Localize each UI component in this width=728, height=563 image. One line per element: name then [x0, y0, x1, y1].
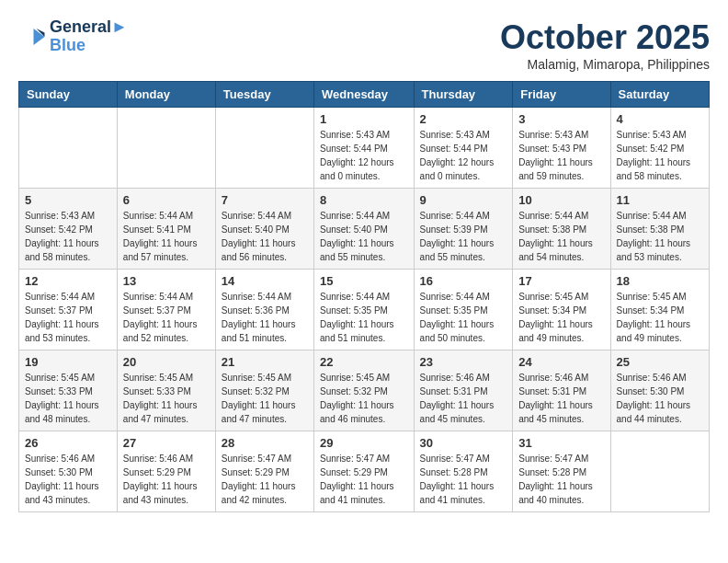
calendar-cell: 24Sunrise: 5:46 AMSunset: 5:31 PMDayligh… [513, 350, 610, 431]
day-number: 4 [617, 112, 703, 126]
calendar-cell [117, 108, 215, 189]
month-title: October 2025 [500, 18, 710, 57]
column-header-thursday: Thursday [414, 82, 513, 108]
day-number: 20 [123, 355, 210, 369]
day-info: Sunrise: 5:44 AMSunset: 5:37 PMDaylight:… [25, 290, 111, 345]
calendar-cell: 15Sunrise: 5:44 AMSunset: 5:35 PMDayligh… [314, 270, 415, 350]
calendar-cell: 21Sunrise: 5:45 AMSunset: 5:32 PMDayligh… [215, 350, 313, 431]
column-header-saturday: Saturday [610, 82, 709, 108]
column-header-wednesday: Wednesday [314, 82, 415, 108]
calendar-cell [610, 431, 709, 512]
calendar-cell: 5Sunrise: 5:43 AMSunset: 5:42 PMDaylight… [19, 189, 118, 270]
location-subtitle: Malamig, Mimaropa, Philippines [500, 57, 710, 72]
calendar-cell: 23Sunrise: 5:46 AMSunset: 5:31 PMDayligh… [414, 350, 513, 431]
day-number: 12 [25, 274, 111, 288]
day-info: Sunrise: 5:44 AMSunset: 5:40 PMDaylight:… [222, 209, 308, 264]
calendar-cell: 10Sunrise: 5:44 AMSunset: 5:38 PMDayligh… [513, 189, 610, 270]
day-info: Sunrise: 5:45 AMSunset: 5:32 PMDaylight:… [222, 371, 308, 426]
day-info: Sunrise: 5:45 AMSunset: 5:33 PMDaylight:… [25, 371, 111, 426]
day-info: Sunrise: 5:46 AMSunset: 5:30 PMDaylight:… [617, 371, 703, 426]
day-number: 23 [420, 355, 507, 369]
day-info: Sunrise: 5:43 AMSunset: 5:42 PMDaylight:… [25, 209, 111, 264]
calendar-cell: 27Sunrise: 5:46 AMSunset: 5:29 PMDayligh… [117, 431, 215, 512]
calendar-cell: 9Sunrise: 5:44 AMSunset: 5:39 PMDaylight… [414, 189, 513, 270]
day-info: Sunrise: 5:45 AMSunset: 5:33 PMDaylight:… [123, 371, 210, 426]
day-number: 15 [320, 274, 408, 288]
calendar-cell: 29Sunrise: 5:47 AMSunset: 5:29 PMDayligh… [314, 431, 415, 512]
page-header: General► Blue October 2025 Malamig, Mima… [18, 18, 710, 72]
calendar-week-row: 12Sunrise: 5:44 AMSunset: 5:37 PMDayligh… [19, 270, 710, 350]
day-info: Sunrise: 5:44 AMSunset: 5:38 PMDaylight:… [518, 209, 604, 264]
calendar-cell: 12Sunrise: 5:44 AMSunset: 5:37 PMDayligh… [19, 270, 118, 350]
column-header-friday: Friday [513, 82, 610, 108]
calendar-cell: 6Sunrise: 5:44 AMSunset: 5:41 PMDaylight… [117, 189, 215, 270]
calendar-cell: 7Sunrise: 5:44 AMSunset: 5:40 PMDaylight… [215, 189, 313, 270]
day-number: 17 [518, 274, 604, 288]
day-info: Sunrise: 5:44 AMSunset: 5:35 PMDaylight:… [420, 290, 507, 345]
calendar-cell: 19Sunrise: 5:45 AMSunset: 5:33 PMDayligh… [19, 350, 118, 431]
calendar-cell: 16Sunrise: 5:44 AMSunset: 5:35 PMDayligh… [414, 270, 513, 350]
calendar-cell: 14Sunrise: 5:44 AMSunset: 5:36 PMDayligh… [215, 270, 313, 350]
day-number: 28 [222, 436, 308, 450]
calendar-cell: 8Sunrise: 5:44 AMSunset: 5:40 PMDaylight… [314, 189, 415, 270]
day-number: 9 [420, 193, 507, 207]
calendar-week-row: 19Sunrise: 5:45 AMSunset: 5:33 PMDayligh… [19, 350, 710, 431]
day-info: Sunrise: 5:44 AMSunset: 5:38 PMDaylight:… [617, 209, 703, 264]
logo-icon [18, 23, 46, 51]
day-number: 1 [320, 112, 408, 126]
day-info: Sunrise: 5:47 AMSunset: 5:29 PMDaylight:… [222, 452, 308, 507]
calendar-cell: 17Sunrise: 5:45 AMSunset: 5:34 PMDayligh… [513, 270, 610, 350]
calendar-cell: 22Sunrise: 5:45 AMSunset: 5:32 PMDayligh… [314, 350, 415, 431]
calendar-week-row: 5Sunrise: 5:43 AMSunset: 5:42 PMDaylight… [19, 189, 710, 270]
day-info: Sunrise: 5:45 AMSunset: 5:34 PMDaylight:… [518, 290, 604, 345]
column-header-sunday: Sunday [19, 82, 118, 108]
day-info: Sunrise: 5:47 AMSunset: 5:28 PMDaylight:… [518, 452, 604, 507]
day-number: 29 [320, 436, 408, 450]
day-number: 6 [123, 193, 210, 207]
day-number: 8 [320, 193, 408, 207]
day-number: 14 [222, 274, 308, 288]
day-number: 10 [518, 193, 604, 207]
day-number: 31 [518, 436, 604, 450]
calendar-cell: 26Sunrise: 5:46 AMSunset: 5:30 PMDayligh… [19, 431, 118, 512]
day-number: 5 [25, 193, 111, 207]
calendar-cell: 1Sunrise: 5:43 AMSunset: 5:44 PMDaylight… [314, 108, 415, 189]
day-info: Sunrise: 5:46 AMSunset: 5:30 PMDaylight:… [25, 452, 111, 507]
calendar-week-row: 26Sunrise: 5:46 AMSunset: 5:30 PMDayligh… [19, 431, 710, 512]
day-number: 21 [222, 355, 308, 369]
day-info: Sunrise: 5:45 AMSunset: 5:34 PMDaylight:… [617, 290, 703, 345]
day-info: Sunrise: 5:44 AMSunset: 5:41 PMDaylight:… [123, 209, 210, 264]
calendar-cell [19, 108, 118, 189]
day-info: Sunrise: 5:44 AMSunset: 5:36 PMDaylight:… [222, 290, 308, 345]
calendar-cell: 18Sunrise: 5:45 AMSunset: 5:34 PMDayligh… [610, 270, 709, 350]
day-info: Sunrise: 5:44 AMSunset: 5:37 PMDaylight:… [123, 290, 210, 345]
calendar-week-row: 1Sunrise: 5:43 AMSunset: 5:44 PMDaylight… [19, 108, 710, 189]
logo: General► Blue [18, 18, 128, 55]
day-number: 25 [617, 355, 703, 369]
day-number: 22 [320, 355, 408, 369]
day-info: Sunrise: 5:44 AMSunset: 5:39 PMDaylight:… [420, 209, 507, 264]
calendar-cell: 2Sunrise: 5:43 AMSunset: 5:44 PMDaylight… [414, 108, 513, 189]
calendar-cell: 28Sunrise: 5:47 AMSunset: 5:29 PMDayligh… [215, 431, 313, 512]
calendar-header-row: SundayMondayTuesdayWednesdayThursdayFrid… [19, 82, 710, 108]
day-number: 16 [420, 274, 507, 288]
calendar-cell [215, 108, 313, 189]
calendar-cell: 3Sunrise: 5:43 AMSunset: 5:43 PMDaylight… [513, 108, 610, 189]
title-block: October 2025 Malamig, Mimaropa, Philippi… [500, 18, 710, 72]
calendar-cell: 31Sunrise: 5:47 AMSunset: 5:28 PMDayligh… [513, 431, 610, 512]
calendar-cell: 30Sunrise: 5:47 AMSunset: 5:28 PMDayligh… [414, 431, 513, 512]
calendar-cell: 25Sunrise: 5:46 AMSunset: 5:30 PMDayligh… [610, 350, 709, 431]
day-number: 27 [123, 436, 210, 450]
day-info: Sunrise: 5:47 AMSunset: 5:28 PMDaylight:… [420, 452, 507, 507]
day-number: 11 [617, 193, 703, 207]
column-header-monday: Monday [117, 82, 215, 108]
day-number: 13 [123, 274, 210, 288]
column-header-tuesday: Tuesday [215, 82, 313, 108]
day-number: 26 [25, 436, 111, 450]
calendar-cell: 20Sunrise: 5:45 AMSunset: 5:33 PMDayligh… [117, 350, 215, 431]
calendar-table: SundayMondayTuesdayWednesdayThursdayFrid… [18, 81, 710, 512]
day-number: 18 [617, 274, 703, 288]
day-info: Sunrise: 5:43 AMSunset: 5:43 PMDaylight:… [518, 128, 604, 183]
calendar-cell: 13Sunrise: 5:44 AMSunset: 5:37 PMDayligh… [117, 270, 215, 350]
day-info: Sunrise: 5:47 AMSunset: 5:29 PMDaylight:… [320, 452, 408, 507]
